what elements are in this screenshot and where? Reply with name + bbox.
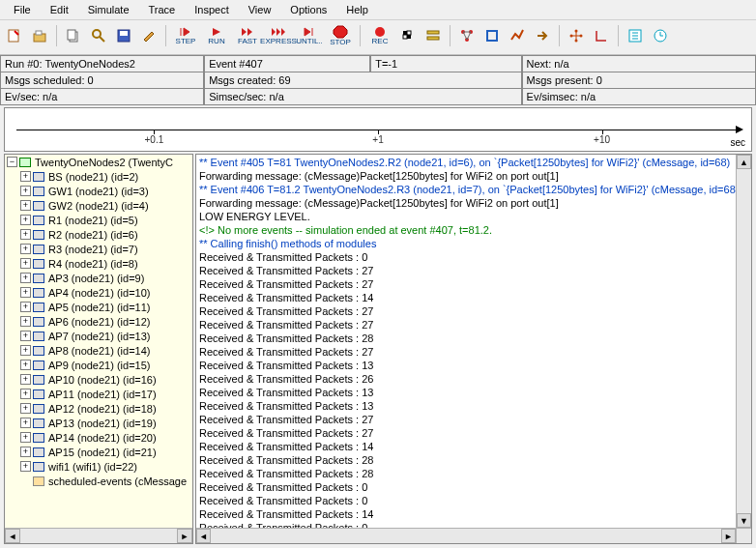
collapse-icon[interactable]: − <box>7 157 17 167</box>
log-panel[interactable]: ** Event #405 T=81 TwentyOneNodes2.R2 (n… <box>195 154 752 544</box>
expand-icon[interactable]: + <box>20 316 31 327</box>
module-icon <box>33 274 44 283</box>
tree-node[interactable]: +R4 (node21) (id=8) <box>5 256 192 271</box>
scroll-left-icon[interactable]: ◄ <box>5 529 20 543</box>
tree-node[interactable]: +AP9 (node21) (id=15) <box>5 358 192 372</box>
scroll-left-icon[interactable]: ◄ <box>196 529 211 543</box>
tree-node[interactable]: +AP15 (node21) (id=21) <box>5 445 192 459</box>
tree-scheduled[interactable]: scheduled-events (cMessage <box>5 474 192 488</box>
tick-label: +1 <box>372 134 383 145</box>
flag-icon[interactable] <box>397 25 419 46</box>
menu-inspect[interactable]: Inspect <box>185 2 238 17</box>
tree-node[interactable]: +AP13 (node21) (id=19) <box>5 416 192 430</box>
copy-icon[interactable] <box>63 25 84 46</box>
tree-label: TwentyOneNodes2 (TwentyC <box>35 157 173 168</box>
load-icon[interactable] <box>29 25 50 46</box>
expand-icon[interactable]: + <box>20 244 31 254</box>
expand-icon[interactable]: + <box>20 461 31 472</box>
log-line: Received & Transmitted Packets : 13 <box>199 359 748 372</box>
rec-button[interactable]: REC <box>366 26 393 45</box>
expand-icon[interactable]: + <box>20 447 31 457</box>
options-icon[interactable] <box>422 25 444 46</box>
until-button[interactable]: UNTIL.. <box>296 26 323 45</box>
tree-node[interactable]: +AP10 (node21) (id=16) <box>5 372 192 387</box>
tree-view-icon[interactable] <box>625 25 646 46</box>
new-run-icon[interactable] <box>4 25 25 46</box>
edit-icon[interactable] <box>138 25 160 46</box>
step-button[interactable]: STEP <box>172 26 199 45</box>
save-icon[interactable] <box>113 25 134 46</box>
expand-icon[interactable]: + <box>20 432 31 443</box>
log-hscrollbar[interactable]: ◄ ► <box>196 528 736 543</box>
expand-icon[interactable]: + <box>20 171 31 182</box>
tick-label: +10 <box>594 134 610 145</box>
tree-node[interactable]: +R1 (node21) (id=5) <box>5 213 192 227</box>
tree-node[interactable]: +R3 (node21) (id=7) <box>5 242 192 256</box>
log-vscrollbar[interactable]: ▲ ▼ <box>736 155 751 528</box>
timeline[interactable]: +0.1 +1 +10 sec <box>4 107 752 152</box>
tree-node[interactable]: +AP3 (node21) (id=9) <box>5 271 192 285</box>
axis-icon[interactable] <box>591 25 612 46</box>
scroll-down-icon[interactable]: ▼ <box>737 513 751 528</box>
tree-label: AP14 (node21) (id=20) <box>48 432 157 444</box>
svg-rect-19 <box>487 31 497 41</box>
expand-icon[interactable]: + <box>20 331 31 341</box>
tree-node[interactable]: +AP6 (node21) (id=12) <box>5 314 192 329</box>
tree-hscrollbar[interactable]: ◄ ► <box>5 528 192 543</box>
find-icon[interactable] <box>88 25 109 46</box>
expand-icon[interactable]: + <box>20 186 31 196</box>
expand-icon[interactable]: + <box>20 374 31 385</box>
expand-icon[interactable]: + <box>20 287 31 298</box>
layout-icon[interactable] <box>566 25 587 46</box>
fast-button[interactable]: FAST <box>234 26 261 45</box>
tree-node[interactable]: +BS (node21) (id=2) <box>5 169 192 184</box>
stop-button[interactable]: STOP <box>327 25 354 46</box>
tree-node[interactable]: +wifi1 (wifi1) (id=22) <box>5 459 192 474</box>
tree-node[interactable]: +AP14 (node21) (id=20) <box>5 430 192 445</box>
network-icon[interactable] <box>456 25 478 46</box>
tree-node[interactable]: +AP7 (node21) (id=13) <box>5 329 192 343</box>
expand-icon[interactable]: + <box>20 215 31 225</box>
menu-simulate[interactable]: Simulate <box>78 2 139 17</box>
menu-options[interactable]: Options <box>280 2 336 17</box>
timeline-axis <box>16 130 738 130</box>
menu-file[interactable]: File <box>4 2 41 17</box>
menu-view[interactable]: View <box>239 2 281 17</box>
express-button[interactable]: EXPRESS <box>265 26 292 45</box>
scroll-up-icon[interactable]: ▲ <box>737 155 751 169</box>
tree-node[interactable]: +AP12 (node21) (id=18) <box>5 401 192 416</box>
tree-root[interactable]: −TwentyOneNodes2 (TwentyC <box>5 155 192 169</box>
run-button[interactable]: RUN <box>203 26 230 45</box>
module-icon[interactable] <box>481 25 503 46</box>
expand-icon[interactable]: + <box>20 418 31 428</box>
time-icon[interactable] <box>650 25 671 46</box>
scroll-right-icon[interactable]: ► <box>721 529 736 543</box>
tree-node[interactable]: +AP8 (node21) (id=14) <box>5 343 192 358</box>
object-tree[interactable]: −TwentyOneNodes2 (TwentyC+BS (node21) (i… <box>4 154 193 544</box>
expand-icon[interactable]: + <box>20 389 31 399</box>
tree-label: GW2 (node21) (id=4) <box>48 200 149 212</box>
svg-rect-24 <box>629 30 641 42</box>
tree-node[interactable]: +GW2 (node21) (id=4) <box>5 198 192 213</box>
menu-help[interactable]: Help <box>336 2 378 17</box>
vector-icon[interactable] <box>507 25 528 46</box>
tree-node[interactable]: +AP5 (node21) (id=11) <box>5 300 192 314</box>
expand-icon[interactable]: + <box>20 258 31 269</box>
tree-node[interactable]: +AP4 (node21) (id=10) <box>5 285 192 300</box>
expand-icon[interactable]: + <box>20 200 31 211</box>
tree-node[interactable]: +AP11 (node21) (id=17) <box>5 387 192 401</box>
menu-edit[interactable]: Edit <box>41 2 78 17</box>
arrow-icon[interactable] <box>532 25 553 46</box>
scroll-right-icon[interactable]: ► <box>177 529 192 543</box>
tree-node[interactable]: +R2 (node21) (id=6) <box>5 227 192 242</box>
expand-icon[interactable]: + <box>20 360 31 370</box>
expand-icon[interactable]: + <box>20 302 31 312</box>
menu-trace[interactable]: Trace <box>139 2 186 17</box>
expand-icon[interactable]: + <box>20 345 31 356</box>
expand-icon[interactable]: + <box>20 229 31 240</box>
tree-node[interactable]: +GW1 (node21) (id=3) <box>5 184 192 198</box>
tree-label: AP8 (node21) (id=14) <box>48 345 150 357</box>
expand-icon[interactable]: + <box>20 273 31 283</box>
expand-icon[interactable]: + <box>20 403 31 414</box>
log-line: Received & Transmitted Packets : 28 <box>199 467 748 480</box>
